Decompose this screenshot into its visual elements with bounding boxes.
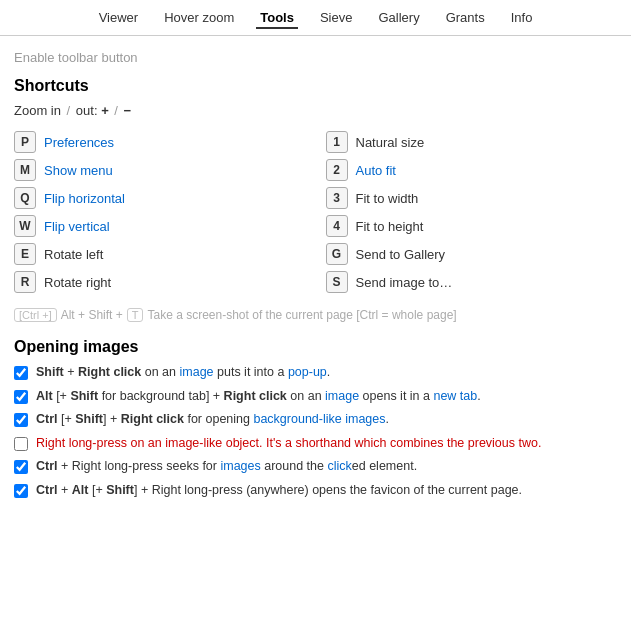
shortcut-label-preferences[interactable]: Preferences	[44, 135, 114, 150]
key-ctrl: [Ctrl +]	[14, 308, 57, 322]
shortcut-natural-size: 1 Natural size	[326, 130, 618, 154]
main-content: Enable toolbar button Shortcuts Zoom in …	[0, 46, 631, 513]
shortcut-label-natural-size: Natural size	[356, 135, 425, 150]
key-q: Q	[14, 187, 36, 209]
shortcut-label-send-image: Send image to…	[356, 275, 453, 290]
shortcut-fit-height: 4 Fit to height	[326, 214, 618, 238]
nav-gallery[interactable]: Gallery	[374, 8, 423, 29]
list-item: Alt [+ Shift for background tab] + Right…	[14, 388, 617, 406]
list-item: Ctrl + Alt [+ Shift] + Right long-press …	[14, 482, 617, 500]
shortcut-send-image: S Send image to…	[326, 270, 618, 294]
shortcut-preferences: P Preferences	[14, 130, 306, 154]
checkbox-label-4: Right long-press on an image-like object…	[36, 435, 541, 453]
shortcut-rotate-right: R Rotate right	[14, 270, 306, 294]
shortcut-rotate-left: E Rotate left	[14, 242, 306, 266]
checkbox-label-5: Ctrl + Right long-press seeks for images…	[36, 458, 417, 476]
shortcut-auto-fit: 2 Auto fit	[326, 158, 618, 182]
key-p: P	[14, 131, 36, 153]
key-m: M	[14, 159, 36, 181]
enable-toolbar-label: Enable toolbar button	[14, 50, 617, 65]
list-item: Ctrl + Right long-press seeks for images…	[14, 458, 617, 476]
shortcut-fit-width: 3 Fit to width	[326, 186, 618, 210]
nav-tools[interactable]: Tools	[256, 8, 298, 29]
shortcut-flip-vertical: W Flip vertical	[14, 214, 306, 238]
nav-info[interactable]: Info	[507, 8, 537, 29]
checkbox-label-1: Shift + Right click on an image puts it …	[36, 364, 330, 382]
shortcut-flip-horizontal: Q Flip horizontal	[14, 186, 306, 210]
checkbox-label-2: Alt [+ Shift for background tab] + Right…	[36, 388, 481, 406]
shortcut-label-auto-fit[interactable]: Auto fit	[356, 163, 396, 178]
list-item: Right long-press on an image-like object…	[14, 435, 617, 453]
key-w: W	[14, 215, 36, 237]
checkbox-shift-right-click[interactable]	[14, 366, 28, 380]
opening-images-title: Opening images	[14, 338, 617, 356]
checkbox-ctrl-shift-background[interactable]	[14, 413, 28, 427]
shortcut-label-fit-width: Fit to width	[356, 191, 419, 206]
nav-bar: Viewer Hover zoom Tools Sieve Gallery Gr…	[0, 0, 631, 36]
shortcut-label-send-gallery: Send to Gallery	[356, 247, 446, 262]
nav-viewer[interactable]: Viewer	[95, 8, 143, 29]
shortcut-label-rotate-right: Rotate right	[44, 275, 111, 290]
shortcut-label-show-menu[interactable]: Show menu	[44, 163, 113, 178]
key-1: 1	[326, 131, 348, 153]
key-4: 4	[326, 215, 348, 237]
checkbox-ctrl-right-long-press[interactable]	[14, 460, 28, 474]
key-2: 2	[326, 159, 348, 181]
checkbox-list: Shift + Right click on an image puts it …	[14, 364, 617, 499]
shortcut-label-flip-vertical[interactable]: Flip vertical	[44, 219, 110, 234]
key-3: 3	[326, 187, 348, 209]
key-e: E	[14, 243, 36, 265]
key-g: G	[326, 243, 348, 265]
checkbox-label-3: Ctrl [+ Shift] + Right click for opening…	[36, 411, 389, 429]
key-s: S	[326, 271, 348, 293]
key-r: R	[14, 271, 36, 293]
shortcut-label-fit-height: Fit to height	[356, 219, 424, 234]
screenshot-line: [Ctrl +] Alt + Shift + T Take a screen-s…	[14, 308, 617, 322]
checkbox-ctrl-alt-shift[interactable]	[14, 484, 28, 498]
shortcuts-grid: P Preferences 1 Natural size M Show menu…	[14, 130, 617, 294]
shortcuts-title: Shortcuts	[14, 77, 617, 95]
nav-grants[interactable]: Grants	[442, 8, 489, 29]
list-item: Ctrl [+ Shift] + Right click for opening…	[14, 411, 617, 429]
shortcut-send-gallery: G Send to Gallery	[326, 242, 618, 266]
nav-hover-zoom[interactable]: Hover zoom	[160, 8, 238, 29]
checkbox-label-6: Ctrl + Alt [+ Shift] + Right long-press …	[36, 482, 522, 500]
list-item: Shift + Right click on an image puts it …	[14, 364, 617, 382]
nav-sieve[interactable]: Sieve	[316, 8, 357, 29]
shortcut-label-rotate-left: Rotate left	[44, 247, 103, 262]
key-t: T	[127, 308, 144, 322]
shortcut-show-menu: M Show menu	[14, 158, 306, 182]
shortcut-label-flip-horizontal[interactable]: Flip horizontal	[44, 191, 125, 206]
checkbox-alt-shift-new-tab[interactable]	[14, 390, 28, 404]
checkbox-right-long-press[interactable]	[14, 437, 28, 451]
zoom-line: Zoom in / out: + / −	[14, 103, 617, 118]
